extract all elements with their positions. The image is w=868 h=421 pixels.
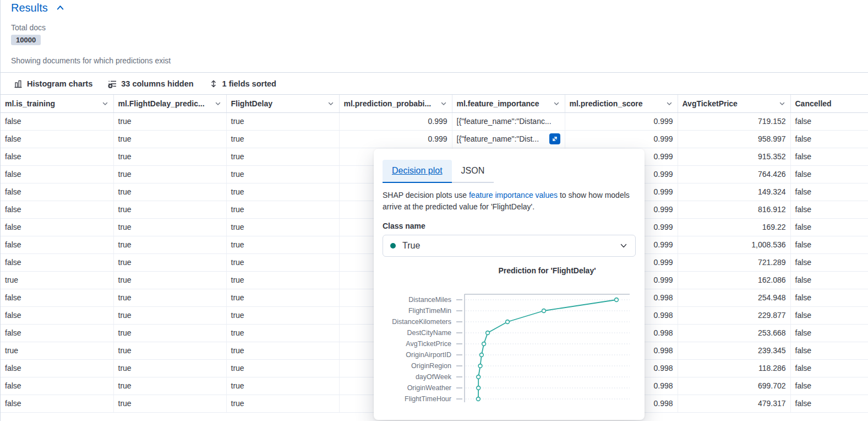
table-cell: false (1, 377, 113, 395)
table-cell: true (113, 253, 226, 271)
chevron-down-icon[interactable] (214, 100, 222, 107)
column-header-ml-prediction-probability[interactable]: ml.prediction_probabi... (339, 95, 452, 112)
cell-text: [{"feature_name":"Dist... (457, 134, 539, 143)
table-cell: false (790, 130, 868, 148)
chevron-down-icon[interactable] (440, 100, 447, 107)
table-cell: true (226, 271, 339, 289)
table-cell: 149.324 (678, 183, 790, 201)
chevron-down-icon[interactable] (778, 100, 786, 107)
table-cell: true (113, 342, 226, 359)
table-cell: false (1, 148, 113, 165)
table-header-row: ml.is_trainingml.FlightDelay_predic...Fl… (1, 95, 868, 112)
columns-hidden-button[interactable]: 33 columns hidden (108, 79, 193, 88)
table-cell: true (113, 165, 226, 183)
table-cell: 915.352 (678, 148, 790, 165)
column-header-label: AvgTicketPrice (683, 99, 738, 108)
shap-description: SHAP decision plots use feature importan… (383, 190, 632, 213)
table-cell: true (226, 306, 339, 324)
chevron-down-icon[interactable] (553, 100, 560, 107)
table-cell: true (226, 377, 339, 395)
table-cell: false (790, 236, 868, 253)
table-cell: true (113, 218, 226, 236)
column-header-label: ml.is_training (5, 99, 55, 108)
table-cell: 169.22 (678, 218, 790, 236)
chevron-down-icon[interactable] (665, 100, 673, 107)
table-cell: 0.999 (339, 130, 452, 148)
column-header-ml-feature-importance[interactable]: ml.feature_importance (452, 95, 565, 112)
table-cell: 816.912 (678, 201, 790, 218)
table-cell: 254.948 (678, 289, 790, 306)
chart-category-label: OriginRegion (411, 362, 451, 370)
results-title: Results (11, 2, 48, 14)
table-cell: [{"feature_name":"Dist... (452, 130, 565, 148)
table-cell: false (790, 306, 868, 324)
table-cell: 0.999 (339, 112, 452, 130)
table-cell: false (1, 112, 113, 130)
feature-importance-values-link[interactable]: feature importance values (469, 191, 558, 199)
expand-cell-button[interactable] (549, 133, 560, 144)
table-cell: false (1, 324, 113, 342)
table-cell: true (226, 395, 339, 412)
table-cell: 0.999 (565, 130, 678, 148)
table-cell: 719.152 (678, 112, 790, 130)
chart-category-label: DistanceMiles (408, 296, 451, 304)
table-cell: false (1, 395, 113, 412)
table-cell: true (1, 271, 113, 289)
column-header-flightdelay[interactable]: FlightDelay (226, 95, 339, 112)
table-row: falsetruetrue0.999[{"feature_name":"Dist… (1, 130, 868, 148)
table-cell: false (790, 271, 868, 289)
table-cell: 699.702 (678, 377, 790, 395)
class-name-select[interactable]: True (383, 235, 636, 257)
table-cell: false (790, 112, 868, 130)
chevron-down-icon[interactable] (101, 100, 109, 107)
table-cell: true (226, 253, 339, 271)
table-cell: true (113, 359, 226, 377)
table-cell: false (1, 218, 113, 236)
tab-decision-plot[interactable]: Decision plot (383, 160, 452, 183)
column-header-ml-prediction-score[interactable]: ml.prediction_score (565, 95, 678, 112)
table-cell: 229.877 (678, 306, 790, 324)
results-accordion-toggle[interactable]: Results (11, 2, 65, 14)
histogram-charts-button[interactable]: Histogram charts (14, 79, 92, 88)
table-cell: true (113, 395, 226, 412)
table-cell: true (226, 201, 339, 218)
table-cell: 118.286 (678, 359, 790, 377)
table-cell: true (113, 271, 226, 289)
table-cell: true (226, 112, 339, 130)
table-cell: [{"feature_name":"Distanc... (452, 112, 565, 130)
table-cell: true (226, 324, 339, 342)
table-cell: true (113, 183, 226, 201)
table-cell: false (790, 201, 868, 218)
table-cell: false (790, 289, 868, 306)
column-header-label: ml.prediction_score (570, 99, 643, 108)
column-header-ml-flightdelay-prediction[interactable]: ml.FlightDelay_predic... (113, 95, 226, 112)
results-header-section: Results Total docs 10000 Showing documen… (1, 0, 868, 65)
column-header-cancelled[interactable]: Cancelled (790, 95, 868, 112)
column-header-ml-is-training[interactable]: ml.is_training (1, 95, 113, 112)
table-cell: false (1, 236, 113, 253)
table-cell: false (1, 165, 113, 183)
table-cell: false (1, 183, 113, 201)
table-cell: true (113, 289, 226, 306)
histogram-icon (14, 79, 23, 88)
columns-list-icon (108, 79, 117, 88)
table-cell: 721.289 (678, 253, 790, 271)
chart-category-label: FlightTimeMin (408, 307, 451, 315)
table-cell: true (226, 183, 339, 201)
table-cell: 764.426 (678, 165, 790, 183)
table-cell: true (113, 324, 226, 342)
table-cell: false (1, 359, 113, 377)
chevron-down-icon (619, 241, 628, 250)
table-cell: false (790, 183, 868, 201)
fields-sorted-button[interactable]: 1 fields sorted (209, 79, 276, 88)
tab-json[interactable]: JSON (452, 160, 494, 183)
table-cell: false (1, 289, 113, 306)
table-cell: true (113, 130, 226, 148)
decision-plot-chart: DistanceMilesFlightTimeMinDistanceKilome… (374, 278, 645, 413)
chevron-down-icon[interactable] (327, 100, 335, 107)
chart-category-label: FlightTimeHour (405, 395, 451, 403)
column-header-avgticketprice[interactable]: AvgTicketPrice (678, 95, 790, 112)
showing-docs-text: Showing documents for which predictions … (11, 56, 868, 65)
table-cell: true (113, 148, 226, 165)
chart-category-label: OriginWeather (407, 384, 451, 392)
